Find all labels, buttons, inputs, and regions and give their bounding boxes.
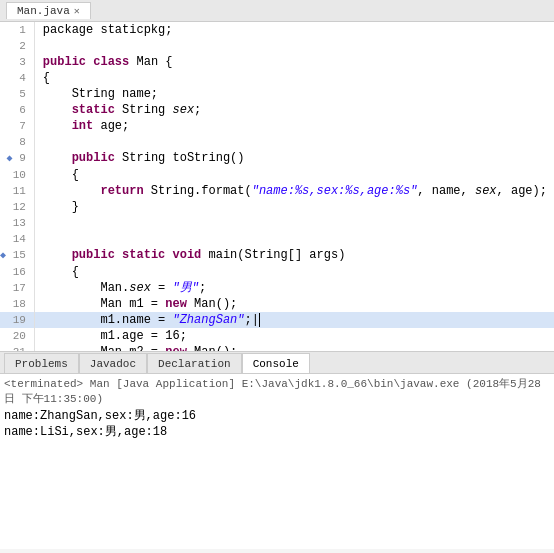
code-content-11: return String.format("name:%s,sex:%s,age…: [34, 183, 554, 199]
code-line-18: 18 Man m1 = new Man();: [0, 296, 554, 312]
code-editor[interactable]: 1package staticpkg;23public class Man {4…: [0, 22, 554, 352]
code-content-2: [34, 38, 554, 54]
code-line-13: 13: [0, 215, 554, 231]
code-content-15: public static void main(String[] args): [34, 247, 554, 264]
code-content-9: public String toString(): [34, 150, 554, 167]
code-line-20: 20 m1.age = 16;: [0, 328, 554, 344]
line-number-2: 2: [0, 38, 34, 54]
line-number-1: 1: [0, 22, 34, 38]
code-line-6: 6 static String sex;: [0, 102, 554, 118]
line-number-15: ◆ 15: [0, 247, 34, 264]
bottom-tab-declaration[interactable]: Declaration: [147, 353, 242, 373]
code-line-21: 21 Man m2 = new Man();: [0, 344, 554, 352]
title-bar: Man.java ✕: [0, 0, 554, 22]
editor-tab[interactable]: Man.java ✕: [6, 2, 91, 19]
code-line-9: ◆ 9 public String toString(): [0, 150, 554, 167]
bottom-tab-javadoc[interactable]: Javadoc: [79, 353, 147, 373]
code-content-6: static String sex;: [34, 102, 554, 118]
console-output-line: name:ZhangSan,sex:男,age:16: [4, 408, 550, 424]
code-line-1: 1package staticpkg;: [0, 22, 554, 38]
line-number-8: 8: [0, 134, 34, 150]
tab-label: Man.java: [17, 5, 70, 17]
code-content-8: [34, 134, 554, 150]
line-number-4: 4: [0, 70, 34, 86]
code-line-2: 2: [0, 38, 554, 54]
bottom-panel-tabs: ProblemsJavadocDeclarationConsole: [0, 352, 554, 374]
code-line-10: 10 {: [0, 167, 554, 183]
code-content-17: Man.sex = "男";: [34, 280, 554, 296]
code-line-12: 12 }: [0, 199, 554, 215]
code-line-11: 11 return String.format("name:%s,sex:%s,…: [0, 183, 554, 199]
line-number-13: 13: [0, 215, 34, 231]
code-content-20: m1.age = 16;: [34, 328, 554, 344]
code-content-3: public class Man {: [34, 54, 554, 70]
line-number-3: 3: [0, 54, 34, 70]
code-table: 1package staticpkg;23public class Man {4…: [0, 22, 554, 352]
code-content-1: package staticpkg;: [34, 22, 554, 38]
code-content-7: int age;: [34, 118, 554, 134]
code-line-19: 19 m1.name = "ZhangSan";|: [0, 312, 554, 328]
line-number-12: 12: [0, 199, 34, 215]
line-number-6: 6: [0, 102, 34, 118]
code-content-14: [34, 231, 554, 247]
line-number-17: 17: [0, 280, 34, 296]
code-content-13: [34, 215, 554, 231]
line-number-21: 21: [0, 344, 34, 352]
code-line-17: 17 Man.sex = "男";: [0, 280, 554, 296]
line-number-10: 10: [0, 167, 34, 183]
console-terminated-line: <terminated> Man [Java Application] E:\J…: [4, 376, 550, 406]
line-number-5: 5: [0, 86, 34, 102]
line-number-18: 18: [0, 296, 34, 312]
bottom-tab-problems[interactable]: Problems: [4, 353, 79, 373]
line-number-14: 14: [0, 231, 34, 247]
code-line-16: 16 {: [0, 264, 554, 280]
line-number-19: 19: [0, 312, 34, 328]
line-number-20: 20: [0, 328, 34, 344]
bottom-tab-console[interactable]: Console: [242, 353, 310, 373]
code-content-4: {: [34, 70, 554, 86]
tab-close-icon[interactable]: ✕: [74, 5, 80, 17]
code-content-10: {: [34, 167, 554, 183]
line-number-11: 11: [0, 183, 34, 199]
line-number-7: 7: [0, 118, 34, 134]
code-content-18: Man m1 = new Man();: [34, 296, 554, 312]
code-content-19: m1.name = "ZhangSan";|: [34, 312, 554, 328]
code-line-14: 14: [0, 231, 554, 247]
code-line-3: 3public class Man {: [0, 54, 554, 70]
console-output-line: name:LiSi,sex:男,age:18: [4, 424, 550, 440]
code-content-21: Man m2 = new Man();: [34, 344, 554, 352]
console-panel: <terminated> Man [Java Application] E:\J…: [0, 374, 554, 549]
code-line-4: 4{: [0, 70, 554, 86]
code-content-12: }: [34, 199, 554, 215]
code-content-5: String name;: [34, 86, 554, 102]
line-number-9: ◆ 9: [0, 150, 34, 167]
code-line-5: 5 String name;: [0, 86, 554, 102]
code-line-15: ◆ 15 public static void main(String[] ar…: [0, 247, 554, 264]
line-number-16: 16: [0, 264, 34, 280]
code-line-7: 7 int age;: [0, 118, 554, 134]
code-line-8: 8: [0, 134, 554, 150]
code-content-16: {: [34, 264, 554, 280]
